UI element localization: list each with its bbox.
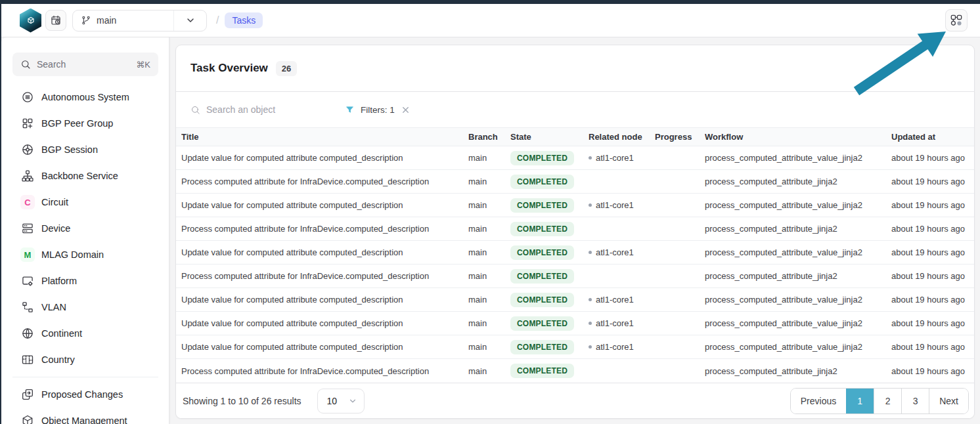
cell-branch: main <box>468 318 510 328</box>
sidebar-item-platform[interactable]: Platform <box>1 268 169 294</box>
cell-related-node: atl1-core1 <box>589 295 655 305</box>
pagination: Previous 123 Next <box>790 388 969 414</box>
panel-header: Task Overview 26 <box>176 45 974 92</box>
sidebar-item-mlag-domain[interactable]: MMLAG Domain <box>1 242 169 268</box>
bgp-session-icon <box>20 142 35 157</box>
cell-workflow: process_computed_attribute_value_jinja2 <box>705 247 891 257</box>
cell-workflow: process_computed_attribute_value_jinja2 <box>705 153 891 163</box>
table-row[interactable]: Process computed attribute for InfraDevi… <box>176 359 974 383</box>
cell-title: Update value for computed attribute comp… <box>181 153 468 163</box>
table-row[interactable]: Update value for computed attribute comp… <box>176 335 974 359</box>
cell-workflow: process_computed_attribute_jinja2 <box>705 177 891 186</box>
cell-state: COMPLETED <box>510 245 589 260</box>
infrahub-logo-icon[interactable] <box>20 9 41 33</box>
node-status-dot-icon <box>589 345 592 349</box>
results-summary: Showing 1 to 10 of 26 results <box>183 396 301 406</box>
cell-branch: main <box>468 271 510 281</box>
previous-page-button[interactable]: Previous <box>791 389 846 413</box>
state-badge: COMPLETED <box>510 151 574 165</box>
cell-state: COMPLETED <box>510 198 589 213</box>
cell-updated-at: about 19 hours ago <box>891 224 974 234</box>
filters-control[interactable]: Filters: 1 <box>345 105 411 115</box>
sidebar-item-object-management[interactable]: Object Management <box>1 408 169 424</box>
schema-visualizer-button[interactable] <box>945 9 968 32</box>
clear-filters-icon[interactable] <box>401 105 411 115</box>
country-icon <box>20 352 35 367</box>
breadcrumb-tasks[interactable]: Tasks <box>225 12 263 28</box>
task-count-badge: 26 <box>276 61 297 76</box>
page-title: Task Overview <box>190 62 268 75</box>
table-row[interactable]: Process computed attribute for InfraDevi… <box>176 265 974 288</box>
column-header-state: State <box>510 132 589 142</box>
cell-state: COMPLETED <box>510 175 589 189</box>
table-row[interactable]: Update value for computed attribute comp… <box>176 194 974 217</box>
sidebar-item-backbone-service[interactable]: Backbone Service <box>1 163 169 189</box>
sidebar-item-proposed-changes[interactable]: Proposed Changes <box>1 381 169 408</box>
page-button-1[interactable]: 1 <box>846 389 874 413</box>
task-overview-panel: Task Overview 26 Filters: 1 TitleBranchS… <box>175 45 975 419</box>
cell-updated-at: about 19 hours ago <box>891 318 974 328</box>
schema-icon <box>950 14 963 27</box>
object-search-input[interactable] <box>206 104 311 115</box>
sidebar-search[interactable]: Search ⌘K <box>12 53 158 76</box>
table-row[interactable]: Update value for computed attribute comp… <box>176 288 974 312</box>
page-button-2[interactable]: 2 <box>874 389 901 413</box>
continent-icon <box>20 326 35 341</box>
next-page-button[interactable]: Next <box>929 389 968 413</box>
table-body: Update value for computed attribute comp… <box>176 146 974 383</box>
node-status-dot-icon <box>589 298 592 301</box>
state-badge: COMPLETED <box>510 293 574 307</box>
time-travel-calendar-button[interactable] <box>45 10 66 31</box>
cell-workflow: process_computed_attribute_jinja2 <box>705 366 891 376</box>
table-row[interactable]: Process computed attribute for InfraDevi… <box>176 170 974 194</box>
sidebar-item-label: VLAN <box>41 302 66 312</box>
page-button-3[interactable]: 3 <box>901 389 929 413</box>
table-row[interactable]: Process computed attribute for InfraDevi… <box>176 217 974 241</box>
branch-selector[interactable]: main <box>72 10 207 32</box>
filter-bar: Filters: 1 <box>176 92 974 128</box>
sidebar-item-bgp-peer-group[interactable]: BGP Peer Group <box>1 110 169 137</box>
page-size-select[interactable]: 10 <box>317 389 365 413</box>
sidebar-item-bgp-session[interactable]: BGP Session <box>1 137 169 163</box>
cell-workflow: process_computed_attribute_value_jinja2 <box>705 342 891 352</box>
table-row[interactable]: Update value for computed attribute comp… <box>176 146 974 170</box>
search-icon <box>20 59 31 70</box>
cell-branch: main <box>468 153 510 163</box>
cell-related-node: atl1-core1 <box>589 342 655 352</box>
sidebar-item-label: Object Management <box>41 415 127 424</box>
vlan-icon <box>20 300 35 314</box>
sidebar-item-continent[interactable]: Continent <box>1 320 169 347</box>
state-badge: COMPLETED <box>510 222 574 236</box>
column-header-updated-at: Updated at <box>891 132 974 142</box>
cell-workflow: process_computed_attribute_jinja2 <box>705 224 891 234</box>
state-badge: COMPLETED <box>510 198 574 213</box>
cell-branch: main <box>468 247 510 257</box>
column-header-workflow: Workflow <box>705 132 891 142</box>
cell-branch: main <box>468 200 510 210</box>
cell-updated-at: about 19 hours ago <box>891 247 974 257</box>
sidebar-item-label: Device <box>41 223 70 234</box>
sidebar-divider <box>12 377 158 377</box>
branch-name: main <box>97 15 116 26</box>
sidebar-item-country[interactable]: Country <box>1 347 169 373</box>
sidebar-item-label: BGP Session <box>41 144 98 155</box>
sidebar-item-circuit[interactable]: CCircuit <box>1 189 169 215</box>
sidebar-item-label: Platform <box>41 276 77 286</box>
sidebar-item-label: Continent <box>41 328 82 339</box>
table-footer: Showing 1 to 10 of 26 results 10 Previou… <box>176 383 974 418</box>
table-row[interactable]: Update value for computed attribute comp… <box>176 312 974 335</box>
node-status-dot-icon <box>589 322 592 325</box>
chevron-down-icon <box>348 396 357 406</box>
cell-title: Process computed attribute for InfraDevi… <box>181 177 468 186</box>
sidebar-item-device[interactable]: Device <box>1 215 169 242</box>
column-header-title: Title <box>181 132 468 142</box>
cell-branch: main <box>468 224 510 234</box>
mlag-letter-icon: M <box>20 247 35 262</box>
sidebar-item-autonomous-system[interactable]: Autonomous System <box>1 84 169 110</box>
cell-state: COMPLETED <box>510 269 589 284</box>
cell-updated-at: about 19 hours ago <box>891 153 974 163</box>
sidebar-item-vlan[interactable]: VLAN <box>1 294 169 320</box>
table-row[interactable]: Update value for computed attribute comp… <box>176 241 974 265</box>
branch-selector-caret[interactable] <box>173 11 206 31</box>
git-branch-icon <box>81 15 91 26</box>
